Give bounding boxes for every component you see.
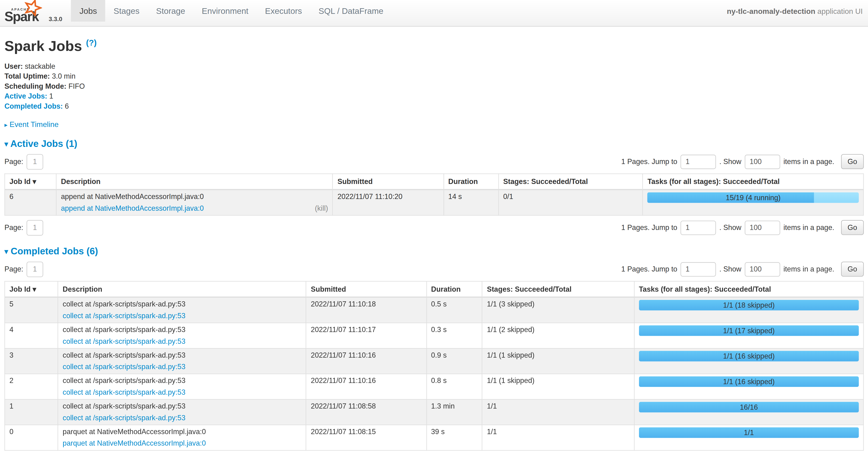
items-text: items in a page. (783, 223, 834, 232)
spark-logo: APACHE Spark (4, 2, 48, 24)
navbar-tab-link[interactable]: Stages (105, 0, 148, 22)
col-stages[interactable]: Stages: Succeeded/Total (482, 281, 634, 297)
page-label: Page: (4, 158, 23, 166)
col-tasks[interactable]: Tasks (for all stages): Succeeded/Total (634, 281, 864, 297)
items-per-page-input[interactable] (745, 220, 780, 235)
navbar-tab[interactable]: SQL / DataFrame (310, 0, 392, 22)
navbar-tab[interactable]: Storage (148, 0, 193, 22)
tasks-progress-bar: 1/1 (16 skipped) (639, 350, 859, 361)
page-number-input[interactable] (27, 220, 43, 235)
navbar-tab-link[interactable]: Executors (257, 0, 310, 22)
jump-to-page-input[interactable] (680, 154, 716, 169)
progress-label: 1/1 (17 skipped) (639, 325, 859, 336)
col-job-id[interactable]: Job Id ▾ (5, 281, 58, 297)
description-link[interactable]: collect at /spark-scripts/spark-ad.py:53 (63, 362, 185, 371)
page-content: Spark Jobs (?) User: stackable Total Upt… (0, 27, 868, 455)
description-cell: parquet at NativeMethodAccessorImpl.java… (58, 425, 306, 450)
col-stages[interactable]: Stages: Succeeded/Total (499, 174, 643, 189)
col-duration[interactable]: Duration (426, 281, 482, 297)
description-cell: collect at /spark-scripts/spark-ad.py:53… (58, 399, 306, 425)
progress-label: 15/19 (4 running) (647, 192, 859, 203)
duration-cell: 0.5 s (426, 297, 482, 323)
progress-label: 1/1 (18 skipped) (639, 300, 859, 310)
navbar-tab[interactable]: Executors (257, 0, 310, 22)
event-timeline-toggle[interactable]: ▸ Event Timeline (4, 120, 864, 129)
description-text: collect at /spark-scripts/spark-ad.py:53 (63, 350, 302, 360)
items-per-page-input[interactable] (745, 262, 780, 277)
application-name: ny-tlc-anomaly-detection (727, 7, 815, 16)
tasks-cell: 15/19 (4 running) (643, 189, 864, 215)
collapse-arrow-icon: ▾ (4, 139, 8, 148)
col-submitted[interactable]: Submitted (306, 281, 426, 297)
stages-cell: 1/1 (1 skipped) (482, 348, 634, 374)
col-description[interactable]: Description (58, 281, 306, 297)
job-id-cell: 3 (5, 348, 58, 374)
items-per-page-input[interactable] (745, 154, 780, 169)
completed-jobs-section-title[interactable]: Completed Jobs (6) (11, 246, 98, 256)
stages-cell: 1/1 (482, 399, 634, 425)
description-cell: collect at /spark-scripts/spark-ad.py:53… (58, 374, 306, 399)
description-link[interactable]: collect at /spark-scripts/spark-ad.py:53 (63, 413, 185, 422)
duration-cell: 0.8 s (426, 374, 482, 399)
pages-count-text: 1 Pages. Jump to (621, 223, 677, 232)
navbar-tab[interactable]: Stages (105, 0, 148, 22)
navbar-tab-link[interactable]: Storage (148, 0, 193, 22)
table-row: 6 append at NativeMethodAccessorImpl.jav… (5, 189, 864, 215)
navbar-tab[interactable]: Jobs (71, 0, 105, 22)
col-submitted[interactable]: Submitted (333, 174, 444, 189)
tasks-progress-bar: 1/1 (639, 427, 859, 438)
summary-line: Scheduling Mode: FIFO (4, 81, 864, 91)
summary-value: stackable (25, 62, 55, 70)
summary-value: 1 (49, 92, 53, 100)
progress-label: 1/1 (16 skipped) (639, 350, 859, 361)
col-duration[interactable]: Duration (443, 174, 498, 189)
page-number-input[interactable] (27, 261, 43, 277)
kill-link[interactable]: (kill) (315, 204, 328, 212)
go-button[interactable]: Go (841, 154, 864, 169)
col-tasks[interactable]: Tasks (for all stages): Succeeded/Total (643, 174, 864, 189)
page-number-input[interactable] (27, 154, 43, 169)
application-title: ny-tlc-anomaly-detection application UI (727, 7, 863, 16)
spark-ui-page: APACHE Spark 3.3.0 Jobs Stages Storage (0, 0, 868, 455)
submitted-cell: 2022/11/07 11:08:58 (306, 399, 426, 425)
col-job-id[interactable]: Job Id ▾ (5, 174, 56, 189)
navbar-tab-link[interactable]: Jobs (71, 0, 105, 22)
go-button[interactable]: Go (841, 262, 864, 277)
active-jobs-table: Job Id ▾ Description Submitted Duration … (4, 173, 864, 216)
spark-version: 3.3.0 (49, 16, 62, 24)
progress-label: 1/1 (639, 427, 859, 438)
active-jobs-section-header[interactable]: ▾ Active Jobs (1) (4, 138, 864, 149)
description-cell: append at NativeMethodAccessorImpl.java:… (56, 189, 333, 215)
table-row: 0 parquet at NativeMethodAccessorImpl.ja… (5, 425, 864, 450)
completed-jobs-section-header[interactable]: ▾ Completed Jobs (6) (4, 246, 864, 257)
tasks-cell: 16/16 (634, 399, 864, 425)
summary-value: 6 (65, 102, 69, 110)
jump-to-page-input[interactable] (680, 262, 716, 277)
table-row: 5 collect at /spark-scripts/spark-ad.py:… (5, 297, 864, 323)
stages-cell: 1/1 (3 skipped) (482, 297, 634, 323)
help-link[interactable]: (?) (86, 38, 97, 47)
pages-count-text: 1 Pages. Jump to (621, 158, 677, 166)
description-link[interactable]: collect at /spark-scripts/spark-ad.py:53 (63, 311, 185, 320)
description-link[interactable]: collect at /spark-scripts/spark-ad.py:53 (63, 337, 185, 346)
duration-cell: 0.9 s (426, 348, 482, 374)
navbar-tab[interactable]: Environment (193, 0, 257, 22)
description-link[interactable]: parquet at NativeMethodAccessorImpl.java… (63, 439, 206, 448)
pagination-bar: Page: 1 Pages. Jump to . Show items in a… (4, 153, 864, 170)
jump-to-page-input[interactable] (680, 220, 716, 235)
col-description[interactable]: Description (56, 174, 333, 189)
table-row: 4 collect at /spark-scripts/spark-ad.py:… (5, 323, 864, 348)
navbar-tab-link[interactable]: Environment (193, 0, 257, 22)
event-timeline-link[interactable]: Event Timeline (10, 120, 59, 129)
go-button[interactable]: Go (841, 220, 864, 235)
submitted-cell: 2022/11/07 11:10:16 (306, 374, 426, 399)
description-text: parquet at NativeMethodAccessorImpl.java… (63, 427, 302, 436)
description-link[interactable]: collect at /spark-scripts/spark-ad.py:53 (63, 388, 185, 397)
description-link[interactable]: append at NativeMethodAccessorImpl.java:… (61, 204, 204, 212)
description-text: collect at /spark-scripts/spark-ad.py:53 (63, 300, 302, 309)
job-id-cell: 4 (5, 323, 58, 348)
tasks-cell: 1/1 (18 skipped) (634, 297, 864, 323)
duration-cell: 39 s (426, 425, 482, 450)
navbar-tab-link[interactable]: SQL / DataFrame (310, 0, 392, 22)
active-jobs-section-title[interactable]: Active Jobs (1) (10, 138, 78, 149)
